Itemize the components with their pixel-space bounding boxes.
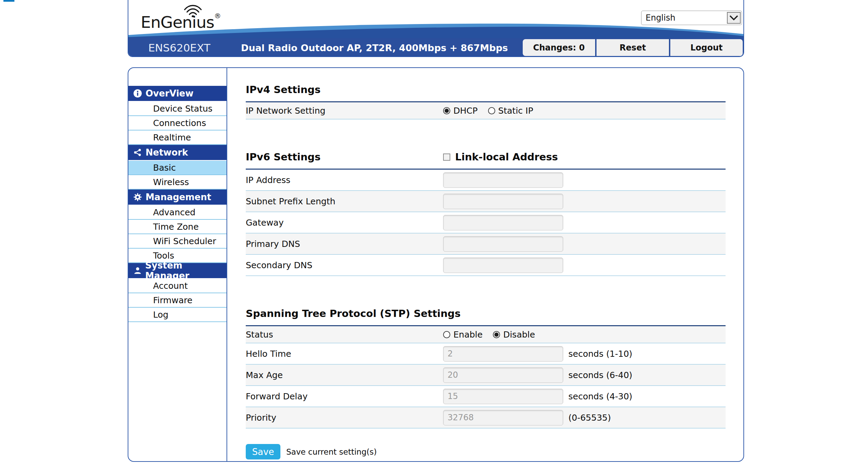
sidebar-item-realtime[interactable]: Realtime <box>128 130 227 145</box>
sidebar-item-firmware[interactable]: Firmware <box>128 293 227 308</box>
sidebar-item-advanced[interactable]: Advanced <box>128 205 227 220</box>
sidebar-section-label: System Manager <box>145 260 227 281</box>
row-label: Secondary DNS <box>246 260 443 270</box>
disable-option[interactable]: Disable <box>493 330 535 340</box>
max-age-row: Max Age seconds (6-40) <box>246 365 726 386</box>
save-description: Save current setting(s) <box>286 447 377 456</box>
secondary-dns-row: Secondary DNS <box>246 255 726 276</box>
row-label: IP Address <box>246 175 443 185</box>
dhcp-radio[interactable] <box>443 107 450 114</box>
stp-status-row: Status Enable Disable <box>246 326 726 343</box>
sidebar-item-wireless[interactable]: Wireless <box>128 175 227 190</box>
wifi-icon <box>182 2 204 17</box>
forward-delay-input[interactable] <box>443 389 563 404</box>
sidebar-item-connections[interactable]: Connections <box>128 116 227 130</box>
header-frame: EnGenius® ENS620EXT Dual Radio Outdoor A… <box>128 0 744 57</box>
sidebar-section-label: Network <box>146 147 188 158</box>
ipv6-table: IP Address Subnet Prefix Length Gateway … <box>246 169 726 276</box>
content-panel: OverView Device Status Connections Realt… <box>128 67 744 462</box>
static-ip-radio[interactable] <box>488 107 495 114</box>
language-select[interactable]: English <box>641 11 742 25</box>
sidebar-section-label: Management <box>146 192 211 202</box>
priority-input[interactable] <box>443 410 563 425</box>
hello-time-row: Hello Time seconds (1-10) <box>246 343 726 365</box>
enable-option[interactable]: Enable <box>443 330 483 340</box>
sidebar-item-wifi-scheduler[interactable]: WiFi Scheduler <box>128 234 227 249</box>
primary-dns-row: Primary DNS <box>246 234 726 255</box>
stp-status-radio-group: Enable Disable <box>443 330 535 340</box>
primary-dns-input[interactable] <box>443 236 563 252</box>
subnet-prefix-input[interactable] <box>443 194 563 209</box>
info-icon <box>133 89 142 98</box>
stp-heading: Spanning Tree Protocol (STP) Settings <box>246 308 726 319</box>
radio-label: Enable <box>453 330 483 340</box>
changes-button[interactable]: Changes: 0 <box>523 39 595 56</box>
page: EnGenius® ENS620EXT Dual Radio Outdoor A… <box>0 0 868 467</box>
row-label: IP Network Setting <box>246 106 443 116</box>
stp-table: Status Enable Disable Hello Time <box>246 325 726 429</box>
row-label: Subnet Prefix Length <box>246 196 443 206</box>
forward-delay-row: Forward Delay seconds (4-30) <box>246 386 726 407</box>
sidebar: OverView Device Status Connections Realt… <box>128 68 227 461</box>
enable-radio[interactable] <box>443 331 450 338</box>
sidebar-section-management[interactable]: Management <box>128 190 227 205</box>
share-icon <box>133 148 142 157</box>
disable-radio[interactable] <box>493 331 500 338</box>
row-note: seconds (4-30) <box>568 391 632 401</box>
row-label: Forward Delay <box>246 391 443 401</box>
dhcp-option[interactable]: DHCP <box>443 106 478 116</box>
priority-row: Priority (0-65535) <box>246 407 726 429</box>
gateway-input[interactable] <box>443 215 563 230</box>
language-value: English <box>641 13 675 23</box>
ip-network-radio-group: DHCP Static IP <box>443 106 533 116</box>
section-title: IPv6 Settings <box>246 151 443 163</box>
sidebar-item-device-status[interactable]: Device Status <box>128 102 227 116</box>
save-button[interactable]: Save <box>246 444 280 459</box>
sidebar-item-time-zone[interactable]: Time Zone <box>128 220 227 234</box>
ipv6-heading: IPv6 Settings Link-local Address <box>246 151 726 163</box>
row-label: Primary DNS <box>246 239 443 249</box>
radio-label: Disable <box>503 330 535 340</box>
secondary-dns-input[interactable] <box>443 258 563 273</box>
hello-time-input[interactable] <box>443 346 563 362</box>
top-edge-artifact <box>3 0 14 2</box>
max-age-input[interactable] <box>443 367 563 383</box>
sidebar-item-log[interactable]: Log <box>128 308 227 322</box>
radio-label: Static IP <box>498 106 533 116</box>
radio-label: DHCP <box>453 106 478 116</box>
device-title: Dual Radio Outdoor AP, 2T2R, 400Mbps + 8… <box>241 43 508 53</box>
row-label: Status <box>246 330 443 340</box>
link-local-checkbox[interactable] <box>443 153 450 161</box>
logout-button[interactable]: Logout <box>670 39 743 56</box>
save-row: Save Save current setting(s) <box>246 444 726 459</box>
ipv4-table: IP Network Setting DHCP Static IP <box>246 101 726 119</box>
reset-button[interactable]: Reset <box>597 39 669 56</box>
sidebar-section-overview[interactable]: OverView <box>128 86 227 102</box>
section-title: Spanning Tree Protocol (STP) Settings <box>246 308 461 319</box>
settings-main: IPv4 Settings IP Network Setting DHCP St… <box>227 68 743 461</box>
chevron-down-icon[interactable] <box>727 12 741 24</box>
row-note: (0-65535) <box>568 413 611 423</box>
sidebar-section-system-manager[interactable]: System Manager <box>128 263 227 279</box>
gear-icon <box>133 193 142 202</box>
static-ip-option[interactable]: Static IP <box>488 106 533 116</box>
gateway-row: Gateway <box>246 212 726 234</box>
row-label: Gateway <box>246 218 443 228</box>
row-note: seconds (1-10) <box>568 349 632 359</box>
ipv4-heading: IPv4 Settings <box>246 84 726 95</box>
device-model: ENS620EXT <box>148 42 210 54</box>
registered-mark: ® <box>214 12 221 20</box>
ip-address-row: IP Address <box>246 170 726 191</box>
navbar-buttons: Changes: 0 Reset Logout <box>523 39 743 56</box>
ip-address-input[interactable] <box>443 172 563 188</box>
sidebar-item-basic[interactable]: Basic <box>128 161 227 175</box>
checkbox-label: Link-local Address <box>455 151 558 163</box>
row-note: seconds (6-40) <box>568 370 632 380</box>
sidebar-section-network[interactable]: Network <box>128 145 227 161</box>
row-label: Max Age <box>246 370 443 380</box>
user-icon <box>133 266 142 275</box>
row-label: Priority <box>246 413 443 423</box>
row-label: Hello Time <box>246 349 443 359</box>
link-local-option[interactable]: Link-local Address <box>443 151 558 163</box>
sidebar-item-account[interactable]: Account <box>128 279 227 293</box>
